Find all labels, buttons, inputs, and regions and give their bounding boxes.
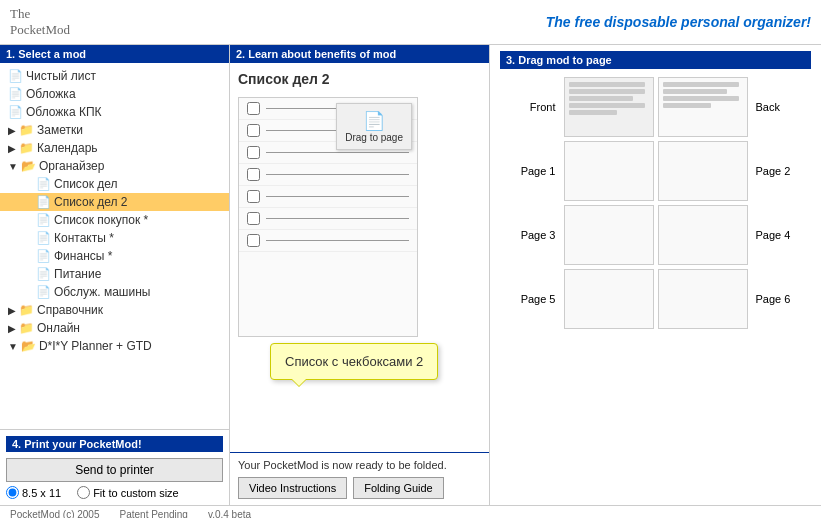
checkbox-5[interactable]: [247, 190, 260, 203]
tree-item[interactable]: 📄Чистый лист: [0, 67, 229, 85]
copyright: PocketMod (c) 2005: [10, 509, 100, 518]
back-label: Back: [752, 101, 812, 113]
folder-icon: 📁: [19, 123, 34, 137]
page6-box[interactable]: [658, 269, 748, 329]
tree-item[interactable]: ▼📂Органайзер: [0, 157, 229, 175]
tree-item[interactable]: 📄Контакты *: [0, 229, 229, 247]
tree-item[interactable]: ▼📂D*I*Y Planner + GTD: [0, 337, 229, 355]
mid-content: Список дел 2 Drag to page: [230, 63, 489, 452]
line: [663, 89, 727, 94]
arrow-icon: ▶: [8, 305, 16, 316]
drag-label-line2: page: [381, 132, 403, 143]
mod-tree[interactable]: 📄Чистый лист📄Обложка📄Обложка КПК▶📁Заметк…: [0, 63, 229, 429]
file-icon: 📄: [36, 195, 51, 209]
tree-item[interactable]: ▶📁Заметки: [0, 121, 229, 139]
page5-box[interactable]: [564, 269, 654, 329]
file-icon: 📄: [36, 267, 51, 281]
checkbox-line-4: [266, 174, 409, 175]
arrow-icon: ▶: [8, 125, 16, 136]
tree-item-label: Финансы *: [54, 249, 112, 263]
file-icon: 📄: [36, 285, 51, 299]
tree-item[interactable]: 📄Обложка: [0, 85, 229, 103]
radio-8511[interactable]: [6, 486, 19, 499]
folder-icon: 📁: [19, 321, 34, 335]
print-header: 4. Print your PocketMod!: [6, 436, 223, 452]
drag-to-page-button[interactable]: Drag to page: [336, 103, 412, 150]
page3-label: Page 3: [500, 229, 560, 241]
tree-item[interactable]: 📄Финансы *: [0, 247, 229, 265]
tree-item-label: Заметки: [37, 123, 83, 137]
tree-item[interactable]: 📄Список дел 2: [0, 193, 229, 211]
checkbox-6[interactable]: [247, 212, 260, 225]
tree-item[interactable]: 📄Обложка КПК: [0, 103, 229, 121]
line: [569, 82, 645, 87]
checkbox-2[interactable]: [247, 124, 260, 137]
checkbox-3[interactable]: [247, 146, 260, 159]
select-mod-header: 1. Select a mod: [0, 45, 229, 63]
patent: Patent Pending: [120, 509, 188, 518]
front-box[interactable]: [564, 77, 654, 137]
mid-footer: Your PocketMod is now ready to be folded…: [230, 452, 489, 505]
send-to-printer-button[interactable]: Send to printer: [6, 458, 223, 482]
learn-benefits-header: 2. Learn about benefits of mod: [230, 45, 489, 63]
checkbox-4[interactable]: [247, 168, 260, 181]
front-lines: [565, 78, 653, 121]
logo: The PocketMod: [10, 6, 70, 38]
tree-item-label: Обложка КПК: [26, 105, 102, 119]
tree-item-label: Онлайн: [37, 321, 80, 335]
tooltip: Список с чекбоксами 2: [270, 343, 438, 380]
page56-boxes: [564, 269, 748, 329]
tree-item-label: Справочник: [37, 303, 103, 317]
video-instructions-button[interactable]: Video Instructions: [238, 477, 347, 499]
tree-item-label: D*I*Y Planner + GTD: [39, 339, 152, 353]
folding-guide-button[interactable]: Folding Guide: [353, 477, 444, 499]
file-icon: 📄: [36, 213, 51, 227]
tree-item-label: Список дел: [54, 177, 118, 191]
arrow-icon: ▶: [8, 323, 16, 334]
tree-item[interactable]: ▶📁Календарь: [0, 139, 229, 157]
version: v.0.4 beta: [208, 509, 251, 518]
radio-custom[interactable]: [77, 486, 90, 499]
tree-item-label: Питание: [54, 267, 101, 281]
radio-custom-label[interactable]: Fit to custom size: [77, 486, 179, 499]
folder-icon: 📁: [19, 303, 34, 317]
page34-boxes: [564, 205, 748, 265]
file-icon: 📄: [36, 249, 51, 263]
page1-box[interactable]: [564, 141, 654, 201]
footer: PocketMod (c) 2005 Patent Pending v.0.4 …: [0, 505, 821, 518]
tree-item[interactable]: ▶📁Онлайн: [0, 319, 229, 337]
folder-icon: 📁: [19, 141, 34, 155]
drag-area[interactable]: Drag to page: [238, 97, 418, 337]
tree-item-label: Список дел 2: [54, 195, 128, 209]
front-label: Front: [500, 101, 560, 113]
line: [569, 110, 617, 115]
tagline: The free disposable personal organizer!: [546, 14, 811, 30]
checkbox-7[interactable]: [247, 234, 260, 247]
radio-8511-label[interactable]: 8.5 x 11: [6, 486, 61, 499]
file-icon: 📄: [8, 105, 23, 119]
checkbox-line-7: [266, 240, 409, 241]
checkbox-line-5: [266, 196, 409, 197]
tree-item[interactable]: 📄Обслуж. машины: [0, 283, 229, 301]
page2-box[interactable]: [658, 141, 748, 201]
tree-item[interactable]: 📄Список покупок *: [0, 211, 229, 229]
arrow-icon: ▼: [8, 341, 18, 352]
page3-box[interactable]: [564, 205, 654, 265]
right-panel: 3. Drag mod to page Front: [490, 45, 821, 505]
tree-item[interactable]: 📄Питание: [0, 265, 229, 283]
file-icon: 📄: [8, 87, 23, 101]
line: [663, 103, 711, 108]
checkbox-1[interactable]: [247, 102, 260, 115]
tree-item-label: Обложка: [26, 87, 76, 101]
page4-box[interactable]: [658, 205, 748, 265]
mid-panel: 2. Learn about benefits of mod Список де…: [230, 45, 490, 505]
arrow-icon: ▼: [8, 161, 18, 172]
left-panel: 1. Select a mod 📄Чистый лист📄Обложка📄Обл…: [0, 45, 230, 505]
tree-item[interactable]: ▶📁Справочник: [0, 301, 229, 319]
checkbox-row-5: [239, 186, 417, 208]
page12-boxes: [564, 141, 748, 201]
back-box[interactable]: [658, 77, 748, 137]
tree-item[interactable]: 📄Список дел: [0, 175, 229, 193]
front-back-boxes: [564, 77, 748, 137]
line: [569, 89, 645, 94]
